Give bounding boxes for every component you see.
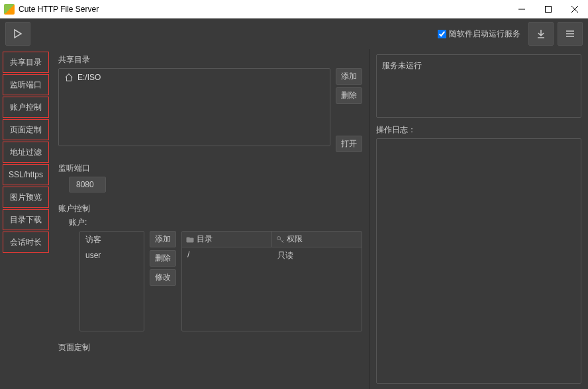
svg-marker-4 <box>15 30 21 38</box>
perm-header-perm[interactable]: 权限 <box>272 232 362 247</box>
share-open-button[interactable]: 打开 <box>336 136 362 152</box>
share-dir-item[interactable]: E:/ISO <box>59 69 330 86</box>
sidebar-item-session[interactable]: 会话时长 <box>3 232 49 253</box>
section-account: 账户控制 账户: 访客 user 添加 删除 修改 <box>58 203 362 331</box>
sidebar-item-label: 账户控制 <box>10 102 42 113</box>
close-button[interactable] <box>562 0 588 19</box>
user-list[interactable]: 访客 user <box>79 231 144 331</box>
sidebar-item-imagepreview[interactable]: 图片预览 <box>3 187 49 208</box>
autostart-label: 随软件启动运行服务 <box>449 28 520 40</box>
perm-cell-perm: 只读 <box>272 247 362 264</box>
settings-panel[interactable]: 共享目录 E:/ISO 添加 删除 打开 <box>52 49 369 389</box>
port-input[interactable] <box>69 177 106 193</box>
sidebar-item-label: 监听端口 <box>10 79 42 91</box>
section-title: 共享目录 <box>58 54 362 65</box>
user-delete-button[interactable]: 删除 <box>150 250 176 267</box>
sidebar-item-share[interactable]: 共享目录 <box>3 52 49 73</box>
status-text: 服务未运行 <box>382 61 422 70</box>
user-item[interactable]: user <box>80 248 144 263</box>
window-titlebar: Cute HTTP File Server <box>0 0 588 19</box>
user-item[interactable]: 访客 <box>80 232 144 248</box>
share-add-button[interactable]: 添加 <box>336 68 362 85</box>
user-modify-button[interactable]: 修改 <box>150 269 176 286</box>
play-button[interactable] <box>5 22 30 46</box>
section-title: 页面定制 <box>58 342 362 353</box>
share-dir-list[interactable]: E:/ISO <box>58 68 330 146</box>
sidebar-item-label: SSL/https <box>9 170 43 179</box>
section-pagecustom: 页面定制 <box>58 342 362 353</box>
maximize-button[interactable] <box>535 0 562 19</box>
svg-rect-1 <box>546 6 552 12</box>
section-share: 共享目录 E:/ISO 添加 删除 打开 <box>58 54 362 152</box>
folder-icon <box>186 236 194 243</box>
sidebar-item-label: 会话时长 <box>10 237 42 248</box>
sidebar-item-addressfilter[interactable]: 地址过滤 <box>3 142 49 163</box>
download-button[interactable] <box>528 22 554 46</box>
toolbar: 随软件启动运行服务 <box>0 19 588 49</box>
share-dir-path: E:/ISO <box>77 73 101 82</box>
log-box[interactable] <box>376 138 581 384</box>
status-box: 服务未运行 <box>376 54 581 118</box>
sidebar-item-label: 共享目录 <box>10 57 42 68</box>
share-delete-button[interactable]: 删除 <box>336 87 362 104</box>
sidebar-item-label: 地址过滤 <box>10 147 42 158</box>
autostart-checkbox[interactable] <box>438 30 446 38</box>
permission-header: 目录 权限 <box>182 232 362 247</box>
window-title: Cute HTTP File Server <box>19 5 509 14</box>
sidebar-item-pagecustom[interactable]: 页面定制 <box>3 119 49 140</box>
sidebar-item-label: 图片预览 <box>10 192 42 203</box>
sidebar-item-account[interactable]: 账户控制 <box>3 97 49 118</box>
home-icon <box>64 73 74 82</box>
section-title: 监听端口 <box>58 163 362 174</box>
sidebar-item-label: 目录下载 <box>10 214 42 226</box>
sidebar-item-label: 页面定制 <box>10 124 42 136</box>
sidebar: 共享目录 监听端口 账户控制 页面定制 地址过滤 SSL/https 图片预览 … <box>0 49 52 389</box>
sidebar-item-port[interactable]: 监听端口 <box>3 74 49 95</box>
perm-cell-dir: / <box>182 247 272 264</box>
minimize-button[interactable] <box>509 0 535 19</box>
section-title: 账户控制 <box>58 203 362 214</box>
permission-table: 目录 权限 / 只读 <box>181 231 362 331</box>
user-list-label: 账户: <box>69 217 362 228</box>
key-icon <box>276 236 284 243</box>
svg-point-8 <box>277 236 281 239</box>
sidebar-item-dirdownload[interactable]: 目录下载 <box>3 209 49 230</box>
right-panel: 服务未运行 操作日志： <box>369 49 588 389</box>
log-label: 操作日志： <box>376 124 581 136</box>
user-add-button[interactable]: 添加 <box>150 231 176 247</box>
sidebar-item-ssl[interactable]: SSL/https <box>3 164 49 185</box>
autostart-checkbox-label[interactable]: 随软件启动运行服务 <box>438 28 520 40</box>
perm-header-dir[interactable]: 目录 <box>182 232 272 247</box>
section-port: 监听端口 <box>58 163 362 193</box>
app-icon <box>4 4 15 15</box>
menu-button[interactable] <box>558 22 583 46</box>
permission-row[interactable]: / 只读 <box>182 247 362 264</box>
